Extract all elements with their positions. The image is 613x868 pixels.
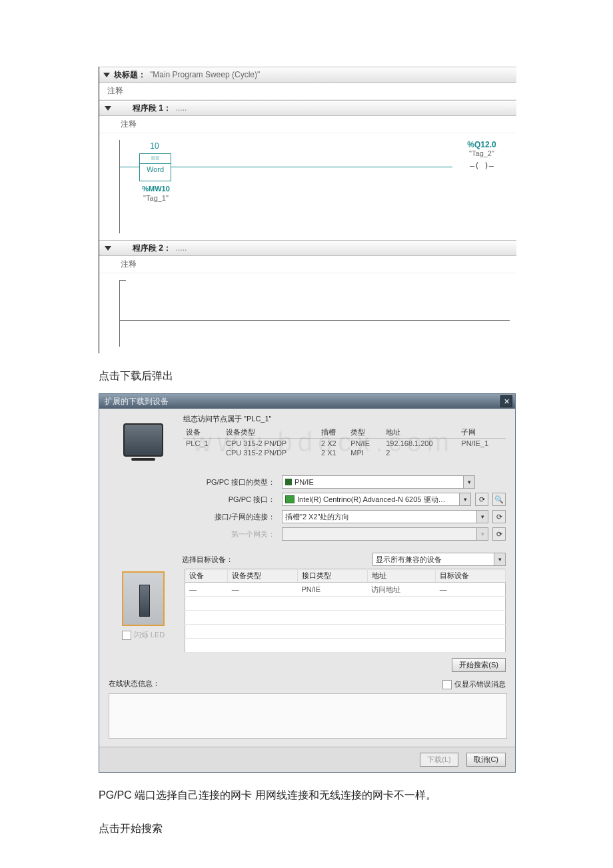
- power-rail: [119, 280, 120, 347]
- ladder-editor: 块标题： "Main Program Sweep (Cycle)" 注释 程序段…: [99, 67, 516, 353]
- table-row: .: [185, 597, 506, 611]
- output-coil[interactable]: %Q12.0 "Tag_2" —( )—: [455, 140, 508, 171]
- plc-illustration: 闪烁 LED: [109, 569, 178, 653]
- chevron-down-icon[interactable]: [103, 73, 110, 77]
- mw-address: %MW10: [133, 184, 179, 193]
- nic-icon: [285, 495, 295, 503]
- network-2-comment[interactable]: 注释: [99, 256, 516, 273]
- compare-box[interactable]: == Word: [139, 153, 171, 181]
- wire: [119, 280, 126, 281]
- select-target-label: 选择目标设备：: [182, 555, 233, 565]
- compare-op: ==: [140, 154, 171, 162]
- chevron-down-icon[interactable]: [105, 246, 111, 251]
- network-2-label: 程序段 2：: [133, 243, 171, 253]
- conn-label: 接口/子网的连接：: [182, 512, 278, 522]
- status-messages: [109, 693, 507, 739]
- table-row: .: [185, 611, 506, 625]
- chevron-down-icon: ▾: [476, 528, 488, 540]
- network-2-body[interactable]: [99, 273, 516, 353]
- compare-operand-bottom[interactable]: %MW10 "Tag_1": [133, 184, 179, 203]
- col-devtype: 设备类型: [223, 427, 318, 439]
- pnie-icon: [285, 479, 292, 485]
- error-only-label: 仅显示错误消息: [454, 679, 506, 689]
- network-1-dots: .....: [176, 103, 187, 113]
- col-device: 设备: [185, 569, 228, 583]
- table-row: .: [185, 625, 506, 639]
- network-1-body[interactable]: 10 == Word %MW10 "Tag_1" %Q12.0 "Tag_2" …: [99, 133, 516, 240]
- wire: [119, 167, 139, 167]
- table-row: CPU 315-2 PN/DP 2 X1 MPI 2: [183, 448, 506, 457]
- network-1-comment[interactable]: 注释: [99, 116, 516, 133]
- pgpc-type-combo[interactable]: PN/IE ▾: [282, 475, 475, 489]
- block-header[interactable]: 块标题： "Main Program Sweep (Cycle)": [99, 67, 516, 83]
- conn-value: 插槽"2 X2"处的方向: [285, 512, 349, 522]
- col-addr: 地址: [367, 569, 436, 583]
- conn-combo[interactable]: 插槽"2 X2"处的方向 ▾: [282, 510, 488, 523]
- col-target: 目标设备: [436, 569, 506, 583]
- chevron-down-icon[interactable]: ▾: [476, 511, 488, 523]
- dialog-title: 扩展的下载到设备: [105, 396, 169, 407]
- paragraph: 点击开始搜索: [99, 818, 514, 839]
- download-dialog: 扩展的下载到设备 ✕ www.bdocx.com 组态访问节点属于 "PLC_1…: [99, 393, 516, 773]
- col-slot: 插槽: [318, 427, 348, 439]
- block-title-value: "Main Program Sweep (Cycle)": [150, 70, 260, 79]
- filter-value: 显示所有兼容的设备: [376, 555, 442, 565]
- table-row[interactable]: — — PN/IE 访问地址 —: [185, 583, 506, 597]
- chevron-down-icon[interactable]: [105, 106, 111, 111]
- pgpc-if-combo[interactable]: Intel(R) Centrino(R) Advanced-N 6205 驱动……: [282, 493, 471, 506]
- network-2-dots: .....: [176, 243, 187, 253]
- network-2-header[interactable]: 程序段 2： .....: [99, 240, 516, 256]
- filter-combo[interactable]: 显示所有兼容的设备 ▾: [372, 553, 506, 566]
- paragraph: 点击下载后弹出: [99, 365, 514, 387]
- pgpc-type-value: PN/IE: [295, 478, 314, 486]
- chevron-down-icon[interactable]: ▾: [494, 553, 505, 565]
- dialog-footer: 下载(L) 取消(C): [99, 747, 515, 772]
- block-comment[interactable]: 注释: [99, 83, 516, 100]
- network-1-header[interactable]: 程序段 1： .....: [99, 100, 516, 116]
- wire: [171, 167, 452, 167]
- coil-address: %Q12.0: [455, 140, 508, 149]
- pgpc-type-label: PG/PC 接口的类型：: [182, 477, 278, 487]
- close-icon[interactable]: ✕: [500, 395, 512, 407]
- gateway-label: 第一个网关：: [182, 529, 278, 539]
- table-row: PLC_1 CPU 315-2 PN/DP 2 X2 PN/IE 192.168…: [183, 439, 506, 449]
- network-1-label: 程序段 1：: [133, 103, 171, 113]
- search-icon[interactable]: 🔍: [492, 493, 506, 506]
- config-table: 设备 设备类型 插槽 类型 地址 子网 PLC_1 CPU 315-2 PN/D…: [183, 427, 506, 457]
- config-caption: 组态访问节点属于 "PLC_1": [183, 414, 506, 424]
- chevron-down-icon[interactable]: ▾: [463, 476, 474, 488]
- compare-operand-top[interactable]: 10: [139, 141, 170, 151]
- error-only-checkbox[interactable]: [442, 680, 452, 689]
- pgpc-if-value: Intel(R) Centrino(R) Advanced-N 6205 驱动…: [297, 495, 446, 505]
- power-rail: [119, 140, 120, 233]
- refresh-icon[interactable]: ⟳: [492, 510, 506, 523]
- col-addr: 地址: [383, 427, 458, 439]
- chevron-down-icon[interactable]: ▾: [459, 493, 470, 505]
- monitor-icon: [123, 423, 163, 457]
- pgpc-if-label: PG/PC 接口：: [182, 495, 278, 505]
- compare-type: Word: [140, 163, 171, 173]
- flash-led-label: 闪烁 LED: [134, 630, 165, 640]
- download-button: 下载(L): [420, 753, 458, 767]
- paragraph: PG/PC 端口选择自己连接的网卡 用网线连接和无线连接的网卡不一样。: [99, 785, 514, 806]
- dialog-titlebar[interactable]: 扩展的下载到设备 ✕: [99, 394, 515, 409]
- col-iftype: 接口类型: [297, 569, 367, 583]
- block-title-label: 块标题：: [114, 69, 146, 81]
- refresh-icon[interactable]: ⟳: [475, 493, 488, 506]
- target-device-table[interactable]: 设备 设备类型 接口类型 地址 目标设备 — — PN/IE 访问地址: [185, 569, 506, 653]
- plc-icon: [122, 571, 165, 626]
- refresh-icon[interactable]: ⟳: [492, 527, 506, 541]
- tag1-name: "Tag_1": [133, 193, 179, 203]
- flash-led-checkbox: [122, 631, 131, 640]
- coil-name: "Tag_2": [455, 149, 508, 157]
- col-devtype: 设备类型: [228, 569, 298, 583]
- pc-illustration: [109, 414, 178, 461]
- col-subnet: 子网: [458, 427, 506, 439]
- wire: [119, 320, 510, 321]
- coil-symbol: —( )—: [455, 161, 508, 171]
- col-device: 设备: [183, 427, 223, 439]
- cancel-button[interactable]: 取消(C): [466, 753, 506, 767]
- start-search-button[interactable]: 开始搜索(S): [452, 658, 506, 672]
- col-type: 类型: [348, 427, 383, 439]
- gateway-combo: ▾: [282, 527, 488, 541]
